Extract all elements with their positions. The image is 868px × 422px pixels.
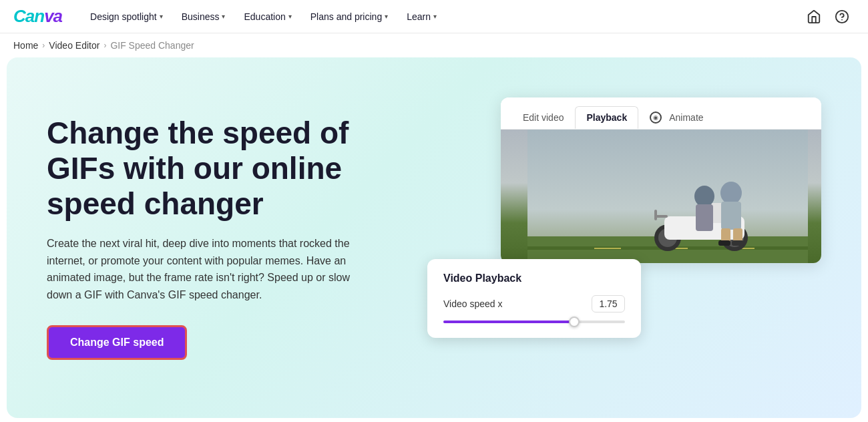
slider-track xyxy=(443,321,625,323)
change-gif-speed-button[interactable]: Change GIF speed xyxy=(47,325,187,360)
slider-thumb[interactable] xyxy=(569,316,580,327)
chevron-down-icon: ▾ xyxy=(385,13,388,20)
nav-item-business[interactable]: Business ▾ xyxy=(174,7,234,26)
hero-title: Change the speed of GIFs with our online… xyxy=(47,116,407,222)
nav-item-plans-pricing[interactable]: Plans and pricing ▾ xyxy=(302,7,396,26)
canva-logo[interactable]: Canva xyxy=(13,6,62,27)
svg-rect-19 xyxy=(733,228,742,242)
breadcrumb-home[interactable]: Home xyxy=(13,40,38,51)
chevron-down-icon: ▾ xyxy=(288,13,292,20)
svg-point-14 xyxy=(694,186,714,207)
hero-content: Change the speed of GIFs with our online… xyxy=(47,116,407,359)
svg-point-16 xyxy=(720,182,742,204)
slider-fill xyxy=(443,321,570,323)
nav-item-design-spotlight[interactable]: Design spotlight ▾ xyxy=(82,7,171,26)
nav-item-education[interactable]: Education ▾ xyxy=(236,7,299,26)
nav-links: Design spotlight ▾ Business ▾ Education … xyxy=(82,7,801,26)
help-icon xyxy=(835,9,849,24)
svg-rect-21 xyxy=(732,240,744,246)
help-button[interactable] xyxy=(829,4,855,29)
speed-value: 1.75 xyxy=(592,295,625,312)
chevron-down-icon: ▾ xyxy=(160,13,163,20)
speed-slider[interactable] xyxy=(443,321,625,325)
svg-rect-17 xyxy=(721,202,741,230)
hero-description: Create the next viral hit, deep dive int… xyxy=(47,235,354,303)
home-button[interactable] xyxy=(801,4,827,29)
playback-title: Video Playback xyxy=(443,272,625,284)
speed-label: Video speed x xyxy=(443,298,502,309)
svg-rect-18 xyxy=(721,228,730,242)
editor-panel: Edit video Playback ◉ Animate xyxy=(501,97,821,263)
tab-playback[interactable]: Playback xyxy=(575,106,638,129)
speed-row: Video speed x 1.75 xyxy=(443,295,625,312)
nav-icons xyxy=(801,4,855,29)
editor-tabs: Edit video Playback ◉ Animate xyxy=(501,97,821,130)
chevron-down-icon: ▾ xyxy=(433,13,437,20)
breadcrumb-current: GIF Speed Changer xyxy=(110,40,194,51)
svg-rect-5 xyxy=(594,248,621,249)
chevron-down-icon: ▾ xyxy=(222,13,225,20)
nav-item-learn[interactable]: Learn ▾ xyxy=(399,7,445,26)
breadcrumb: Home › Video Editor › GIF Speed Changer xyxy=(0,33,868,57)
editor-image xyxy=(501,130,821,263)
svg-rect-15 xyxy=(696,204,713,231)
animate-icon: ◉ xyxy=(650,112,662,124)
tab-edit-video[interactable]: Edit video xyxy=(511,106,575,129)
hero-mockup: Edit video Playback ◉ Animate xyxy=(434,84,821,391)
svg-rect-20 xyxy=(718,240,730,246)
hero-section: Change the speed of GIFs with our online… xyxy=(7,57,861,418)
home-icon xyxy=(807,9,821,24)
svg-rect-23 xyxy=(654,210,657,220)
breadcrumb-separator: › xyxy=(42,41,45,50)
breadcrumb-video-editor[interactable]: Video Editor xyxy=(49,40,99,51)
breadcrumb-separator: › xyxy=(103,41,106,50)
tab-animate[interactable]: ◉ Animate xyxy=(638,106,714,130)
navigation: Canva Design spotlight ▾ Business ▾ Educ… xyxy=(0,0,868,33)
scooter-illustration xyxy=(527,130,808,263)
playback-card: Video Playback Video speed x 1.75 xyxy=(427,259,641,338)
